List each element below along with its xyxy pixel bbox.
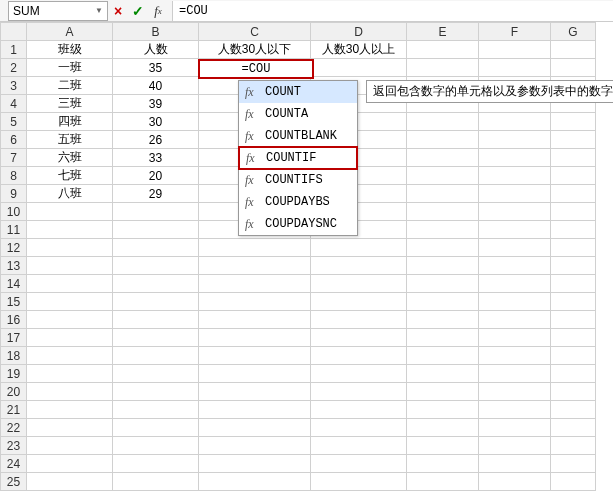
cell-E19[interactable]	[407, 365, 479, 383]
row-header-21[interactable]: 21	[1, 401, 27, 419]
autocomplete-item-countblank[interactable]: fxCOUNTBLANK	[239, 125, 357, 147]
cell-A3[interactable]: 二班	[27, 77, 113, 95]
cell-G20[interactable]	[551, 383, 596, 401]
col-header-B[interactable]: B	[113, 23, 199, 41]
cell-A8[interactable]: 七班	[27, 167, 113, 185]
cell-F7[interactable]	[479, 149, 551, 167]
cancel-formula-icon[interactable]: ×	[108, 1, 128, 21]
cell-B13[interactable]	[113, 257, 199, 275]
cell-B19[interactable]	[113, 365, 199, 383]
row-header-4[interactable]: 4	[1, 95, 27, 113]
cell-A17[interactable]	[27, 329, 113, 347]
cell-G11[interactable]	[551, 221, 596, 239]
cell-A4[interactable]: 三班	[27, 95, 113, 113]
cell-A11[interactable]	[27, 221, 113, 239]
cell-E9[interactable]	[407, 185, 479, 203]
cell-D1[interactable]: 人数30人以上	[311, 41, 407, 59]
cell-B12[interactable]	[113, 239, 199, 257]
cell-G23[interactable]	[551, 437, 596, 455]
cell-B5[interactable]: 30	[113, 113, 199, 131]
row-header-14[interactable]: 14	[1, 275, 27, 293]
cell-A19[interactable]	[27, 365, 113, 383]
col-header-A[interactable]: A	[27, 23, 113, 41]
row-header-11[interactable]: 11	[1, 221, 27, 239]
cell-E10[interactable]	[407, 203, 479, 221]
cell-D25[interactable]	[311, 473, 407, 491]
autocomplete-item-coupdaybs[interactable]: fxCOUPDAYBS	[239, 191, 357, 213]
cell-D21[interactable]	[311, 401, 407, 419]
cell-B18[interactable]	[113, 347, 199, 365]
cell-C16[interactable]	[199, 311, 311, 329]
cell-G6[interactable]	[551, 131, 596, 149]
cell-E24[interactable]	[407, 455, 479, 473]
cell-D23[interactable]	[311, 437, 407, 455]
cell-F20[interactable]	[479, 383, 551, 401]
cell-F24[interactable]	[479, 455, 551, 473]
accept-formula-icon[interactable]: ✓	[128, 1, 148, 21]
cell-A1[interactable]: 班级	[27, 41, 113, 59]
row-header-10[interactable]: 10	[1, 203, 27, 221]
cell-B24[interactable]	[113, 455, 199, 473]
col-header-C[interactable]: C	[199, 23, 311, 41]
chevron-down-icon[interactable]: ▼	[95, 6, 103, 15]
cell-D20[interactable]	[311, 383, 407, 401]
row-header-13[interactable]: 13	[1, 257, 27, 275]
cell-G7[interactable]	[551, 149, 596, 167]
col-header-G[interactable]: G	[551, 23, 596, 41]
cell-B22[interactable]	[113, 419, 199, 437]
cell-G2[interactable]	[551, 59, 596, 77]
cell-E20[interactable]	[407, 383, 479, 401]
cell-C18[interactable]	[199, 347, 311, 365]
cell-C20[interactable]	[199, 383, 311, 401]
cell-B10[interactable]	[113, 203, 199, 221]
cell-E1[interactable]	[407, 41, 479, 59]
cell-B7[interactable]: 33	[113, 149, 199, 167]
row-header-16[interactable]: 16	[1, 311, 27, 329]
cell-A5[interactable]: 四班	[27, 113, 113, 131]
cell-E6[interactable]	[407, 131, 479, 149]
cell-E2[interactable]	[407, 59, 479, 77]
cell-F25[interactable]	[479, 473, 551, 491]
cell-D14[interactable]	[311, 275, 407, 293]
fx-icon[interactable]: fx	[148, 1, 168, 21]
cell-C17[interactable]	[199, 329, 311, 347]
cell-F22[interactable]	[479, 419, 551, 437]
cell-A22[interactable]	[27, 419, 113, 437]
cell-G15[interactable]	[551, 293, 596, 311]
autocomplete-item-countif[interactable]: fxCOUNTIF	[238, 146, 358, 170]
cell-B15[interactable]	[113, 293, 199, 311]
cell-A21[interactable]	[27, 401, 113, 419]
cell-A23[interactable]	[27, 437, 113, 455]
cell-D15[interactable]	[311, 293, 407, 311]
cell-F18[interactable]	[479, 347, 551, 365]
autocomplete-item-counta[interactable]: fxCOUNTA	[239, 103, 357, 125]
row-header-12[interactable]: 12	[1, 239, 27, 257]
cell-A18[interactable]	[27, 347, 113, 365]
formula-input[interactable]	[172, 1, 613, 21]
cell-E23[interactable]	[407, 437, 479, 455]
cell-C24[interactable]	[199, 455, 311, 473]
row-header-2[interactable]: 2	[1, 59, 27, 77]
cell-C21[interactable]	[199, 401, 311, 419]
cell-G8[interactable]	[551, 167, 596, 185]
cell-G21[interactable]	[551, 401, 596, 419]
cell-F21[interactable]	[479, 401, 551, 419]
cell-G9[interactable]	[551, 185, 596, 203]
cell-G22[interactable]	[551, 419, 596, 437]
cell-E18[interactable]	[407, 347, 479, 365]
cell-E16[interactable]	[407, 311, 479, 329]
cell-E8[interactable]	[407, 167, 479, 185]
active-cell-c2[interactable]: =COU	[198, 59, 314, 79]
cell-A2[interactable]: 一班	[27, 59, 113, 77]
cell-B8[interactable]: 20	[113, 167, 199, 185]
cell-G5[interactable]	[551, 113, 596, 131]
cell-G12[interactable]	[551, 239, 596, 257]
row-header-3[interactable]: 3	[1, 77, 27, 95]
cell-F15[interactable]	[479, 293, 551, 311]
cell-G10[interactable]	[551, 203, 596, 221]
autocomplete-item-coupdaysnc[interactable]: fxCOUPDAYSNC	[239, 213, 357, 235]
row-header-9[interactable]: 9	[1, 185, 27, 203]
row-header-20[interactable]: 20	[1, 383, 27, 401]
cell-C1[interactable]: 人数30人以下	[199, 41, 311, 59]
cell-G18[interactable]	[551, 347, 596, 365]
